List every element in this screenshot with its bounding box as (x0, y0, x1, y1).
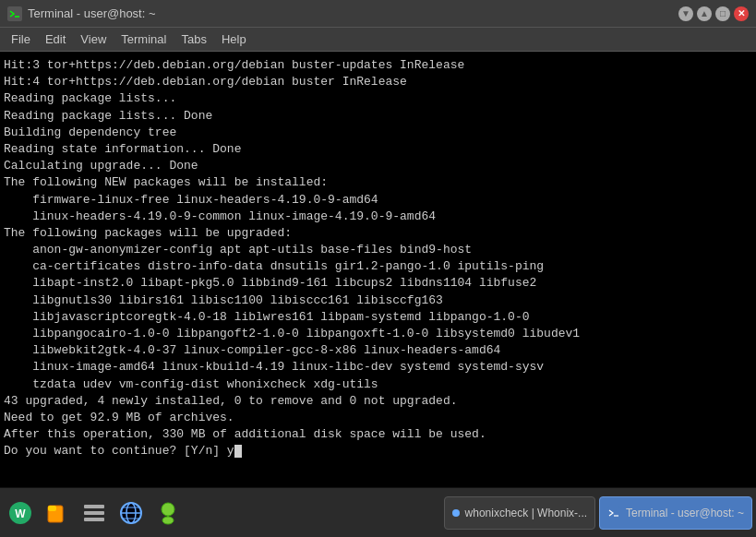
maximize-button[interactable]: □ (715, 6, 730, 21)
menubar: File Edit View Terminal Tabs Help (0, 28, 756, 52)
svg-rect-8 (84, 518, 104, 521)
tor-taskbar-icon[interactable] (151, 496, 185, 530)
terminal-small-icon (607, 507, 620, 519)
files-taskbar-icon[interactable] (41, 496, 74, 530)
whonix-taskbar-icon[interactable]: W (4, 496, 37, 530)
titlebar-controls: ▼ ▲ □ ✕ (678, 6, 749, 21)
titlebar-left: Terminal - user@host: ~ (7, 6, 156, 21)
settings-taskbar-icon[interactable] (78, 496, 111, 530)
browser-taskbar-icon[interactable] (114, 496, 148, 530)
menu-terminal[interactable]: Terminal (114, 30, 174, 49)
taskbar-whonixcheck-label: whonixcheck | Whonix-... (465, 507, 588, 519)
terminal-output: Hit:3 tor+https://deb.debian.org/debian … (0, 52, 756, 487)
menu-edit[interactable]: Edit (38, 30, 73, 49)
menu-file[interactable]: File (4, 30, 38, 49)
svg-point-14 (162, 503, 174, 516)
menu-help[interactable]: Help (214, 30, 254, 49)
close-button[interactable]: ✕ (734, 6, 749, 21)
svg-rect-7 (84, 511, 104, 515)
titlebar: Terminal - user@host: ~ ▼ ▲ □ ✕ (0, 0, 756, 28)
svg-rect-6 (84, 505, 104, 508)
terminal-app-icon (7, 6, 22, 21)
svg-text:W: W (15, 507, 26, 520)
taskbar-dot (452, 509, 460, 517)
menu-view[interactable]: View (73, 30, 114, 49)
taskbar-whonixcheck-button[interactable]: whonixcheck | Whonix-... (444, 496, 596, 530)
svg-rect-5 (48, 506, 56, 511)
titlebar-title: Terminal - user@host: ~ (28, 6, 156, 20)
minimize-button[interactable]: ▼ (678, 6, 693, 21)
taskbar-terminal-button[interactable]: Terminal - user@host: ~ (599, 496, 752, 530)
taskbar: W (0, 487, 756, 537)
terminal-cursor (234, 445, 242, 458)
restore-button[interactable]: ▲ (697, 6, 712, 21)
svg-point-15 (162, 517, 174, 524)
menu-tabs[interactable]: Tabs (174, 30, 213, 49)
taskbar-terminal-label: Terminal - user@host: ~ (626, 507, 744, 519)
